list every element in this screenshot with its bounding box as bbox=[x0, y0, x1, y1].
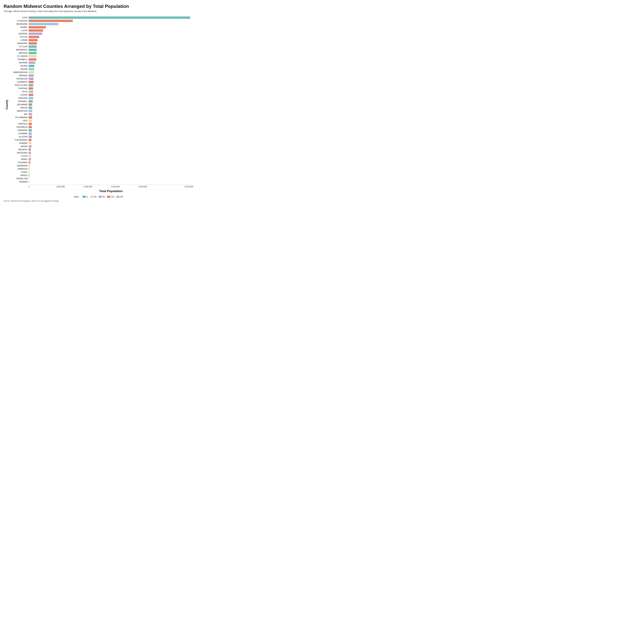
bar-label: HARRISON bbox=[9, 168, 29, 170]
bar-label: LICKING bbox=[9, 94, 29, 96]
bar-fill bbox=[29, 116, 32, 119]
bar-track bbox=[29, 91, 193, 93]
bar-label: LUCAS bbox=[9, 29, 29, 31]
bar-track bbox=[29, 94, 193, 96]
x-axis-label: Total Population bbox=[29, 189, 193, 193]
chart-title: Random Midwest Counties Arranged by Tota… bbox=[4, 4, 193, 9]
bar-fill bbox=[29, 65, 34, 67]
bar-row: VERMILLION bbox=[9, 177, 193, 180]
bar-track bbox=[29, 116, 193, 119]
bar-track bbox=[29, 177, 193, 180]
bar-track bbox=[29, 165, 193, 167]
bar-track bbox=[29, 113, 193, 115]
bar-fill bbox=[29, 74, 34, 77]
legend: State ILINMIOHWI bbox=[4, 196, 193, 198]
bar-fill bbox=[29, 152, 31, 154]
bar-label: JERSEY bbox=[9, 174, 29, 176]
bar-label: BELMONT bbox=[9, 148, 29, 151]
bar-label: COOK bbox=[9, 16, 29, 19]
bar-track bbox=[29, 103, 193, 106]
bar-row: VIGO bbox=[9, 119, 193, 122]
bar-fill bbox=[29, 87, 33, 90]
bar-track bbox=[29, 100, 193, 103]
bar-fill bbox=[29, 126, 32, 128]
bar-fill bbox=[29, 55, 36, 57]
source-text: Source: Midwest demographics data set in… bbox=[4, 200, 193, 202]
chart-inner: COOKCUYAHOGAMILWAUKEESUMMITLUCASGENESEEB… bbox=[9, 16, 193, 193]
bar-track bbox=[29, 45, 193, 48]
bar-row: ROCK ISLAND bbox=[9, 84, 193, 87]
bar-fill bbox=[29, 20, 73, 22]
bar-label: POSEY bbox=[9, 171, 29, 173]
bar-track bbox=[29, 132, 193, 135]
bar-track bbox=[29, 68, 193, 70]
legend-swatch bbox=[99, 196, 102, 198]
bar-track bbox=[29, 139, 193, 141]
bar-row: VANDERBURGH bbox=[9, 71, 193, 74]
bar-fill bbox=[29, 91, 33, 93]
bar-row: PEORIA bbox=[9, 64, 193, 67]
bar-track bbox=[29, 58, 193, 61]
x-tick: 4,000,000 bbox=[138, 185, 166, 188]
bar-label: FAIRFIELD bbox=[9, 123, 29, 125]
bar-row: SUMMIT bbox=[9, 26, 193, 29]
bar-row: PORTAGE bbox=[9, 87, 193, 90]
bar-label: COLUMBIANA bbox=[9, 116, 29, 118]
bar-fill bbox=[29, 45, 37, 48]
bar-label: MUSKEGON bbox=[9, 78, 29, 80]
bar-row: RACINE bbox=[9, 68, 193, 70]
bar-track bbox=[29, 74, 193, 77]
bar-row: ST CLAIR bbox=[9, 45, 193, 48]
bar-fill bbox=[29, 142, 31, 144]
bar-row: TRUMBULL bbox=[9, 58, 193, 61]
bar-label: BAY bbox=[9, 113, 29, 115]
bar-row: MENARD bbox=[9, 180, 193, 183]
legend-swatch bbox=[90, 196, 94, 198]
legend-item: IL bbox=[82, 196, 88, 198]
legend-item: MI bbox=[99, 196, 105, 198]
bar-track bbox=[29, 33, 193, 35]
legend-swatch bbox=[107, 196, 110, 198]
legend-label: OH bbox=[111, 196, 114, 198]
bar-fill bbox=[29, 110, 32, 112]
bar-fill bbox=[29, 155, 31, 157]
bar-track bbox=[29, 26, 193, 28]
bar-fill bbox=[29, 161, 30, 164]
bar-label: MILWAUKEE bbox=[9, 23, 29, 25]
bar-label: CLERMONT bbox=[9, 81, 29, 83]
bar-row: ST JOSEPH bbox=[9, 55, 193, 58]
bar-label: TRUMBULL bbox=[9, 58, 29, 60]
bar-label: MADISON bbox=[9, 52, 29, 54]
bar-label: DELAWARE bbox=[9, 103, 29, 106]
bar-row: MARATHON bbox=[9, 109, 193, 112]
legend-title: State bbox=[74, 196, 79, 198]
bar-fill bbox=[29, 129, 32, 131]
bar-track bbox=[29, 152, 193, 154]
bar-label: LORAIN bbox=[9, 39, 29, 41]
bar-row: FLOYD bbox=[9, 155, 193, 157]
bar-row: MACON bbox=[9, 106, 193, 109]
legend-swatch bbox=[82, 196, 86, 198]
x-tick: 5,000,000 bbox=[166, 185, 193, 188]
bar-track bbox=[29, 62, 193, 64]
bar-fill bbox=[29, 33, 42, 35]
bar-fill bbox=[29, 132, 32, 135]
x-tick: 2,000,000 bbox=[84, 185, 111, 188]
bar-track bbox=[29, 84, 193, 86]
bar-fill bbox=[29, 97, 33, 99]
bar-fill bbox=[29, 103, 32, 106]
bar-label: VIGO bbox=[9, 119, 29, 122]
x-tick: 0 bbox=[29, 185, 56, 188]
bar-track bbox=[29, 42, 193, 45]
bar-row: DEARBORN bbox=[9, 164, 193, 167]
bar-row: VAN BUREN bbox=[9, 151, 193, 154]
bar-fill bbox=[29, 71, 34, 74]
bar-row: SAGINAW bbox=[9, 61, 193, 64]
legend-label: WI bbox=[120, 196, 123, 198]
bar-track bbox=[29, 136, 193, 138]
bar-track bbox=[29, 52, 193, 54]
bar-track bbox=[29, 71, 193, 74]
bar-label: SAGINAW bbox=[9, 62, 29, 64]
bar-label: ST JOSEPH bbox=[9, 55, 29, 57]
bar-fill bbox=[29, 100, 33, 103]
